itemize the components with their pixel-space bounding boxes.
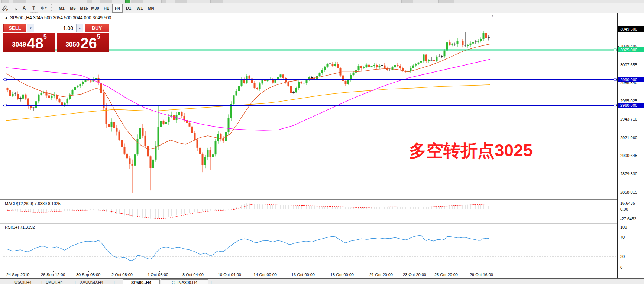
- price-tick-mark: [618, 101, 619, 101]
- time-tick-label: 14 Oct 00:00: [253, 272, 277, 277]
- price-tick-mark: [618, 138, 619, 138]
- time-axis[interactable]: 24 Sep 201926 Sep 12:0030 Sep 08:002 Oct…: [3, 271, 617, 278]
- svg-text:E: E: [6, 9, 8, 12]
- timeframe-button-h1[interactable]: H1: [101, 4, 111, 13]
- buy-button[interactable]: BUY: [85, 24, 109, 32]
- sell-price-big: 48: [27, 36, 43, 50]
- toolbar-grip[interactable]: [51, 4, 54, 12]
- shapes-tool-icon[interactable]: ❖ ▾: [39, 4, 48, 13]
- chart-tab-usoil-h4[interactable]: USOil,H4: [14, 280, 32, 284]
- time-tick-label: 10 Oct 04:00: [218, 272, 241, 277]
- tab-separator: |: [41, 280, 42, 284]
- time-tick-label: 24 Sep 2019: [6, 272, 29, 277]
- sell-price-panel[interactable]: 3049485: [3, 33, 55, 52]
- timeframe-buttons: M1M5M15M30H1H4D1W1MN: [56, 4, 156, 13]
- buy-price-base: 3050: [65, 39, 80, 50]
- timeframe-button-m1[interactable]: M1: [56, 4, 67, 13]
- price-tick-label: 2943.710: [620, 117, 637, 121]
- sell-button[interactable]: SELL: [3, 24, 26, 32]
- rsi-pane-surface[interactable]: [3, 223, 617, 271]
- time-tick-label: 18 Oct 00:00: [330, 272, 354, 277]
- macd-scale-label: 0.00: [620, 207, 628, 211]
- macd-scale-label: 16.6435: [620, 201, 635, 205]
- time-tick-label: 8 Oct 04:00: [182, 272, 204, 277]
- price-tick-label: 2900.645: [620, 153, 637, 158]
- rsi-scale-label: 100: [620, 225, 627, 229]
- buy-price-panel[interactable]: 3050265: [57, 33, 109, 52]
- price-tick-mark: [618, 192, 619, 192]
- time-tick-label: 25 Oct 20:00: [434, 272, 458, 277]
- time-tick-label: 30 Sep 08:00: [76, 272, 100, 277]
- object-line-price-badge: 2960.000: [618, 103, 644, 108]
- time-tick-label: 21 Oct 20:00: [369, 272, 393, 277]
- chevron-down-icon: ▾: [45, 6, 46, 10]
- tab-separator: |: [211, 280, 212, 284]
- timeframe-button-m15[interactable]: M15: [79, 4, 89, 13]
- price-tick-mark: [618, 156, 619, 156]
- chart-tab-sp500-h4[interactable]: SP500-,H4: [123, 279, 160, 284]
- chart-window: ▲SP500-,H4 3045.500 3054.500 3044.000 30…: [0, 13, 644, 284]
- timeframe-button-mn[interactable]: MN: [146, 4, 156, 13]
- price-tick-mark: [618, 83, 619, 83]
- fibonacci-lines-icon[interactable]: F: [10, 4, 19, 13]
- one-click-trading-panel: SELL ▼ ▲ BUY 3049485 3050265: [3, 24, 109, 52]
- charts-toolbar: E F A T ❖ ▾ M1M5M15M30H1H4D1W1MN: [0, 3, 644, 14]
- quote-header: ▲SP500-,H4 3045.500 3054.500 3044.000 30…: [5, 15, 111, 20]
- timeframe-button-h4[interactable]: H4: [112, 4, 123, 13]
- rsi-pane-divider[interactable]: [0, 223, 617, 223]
- chart-left-border: [3, 13, 3, 278]
- current-price-badge: 3049.500: [618, 26, 644, 32]
- object-line-price-badge: 3025.000: [618, 47, 644, 52]
- timeframe-button-w1[interactable]: W1: [135, 4, 145, 13]
- macd-pane-divider[interactable]: [0, 199, 617, 200]
- rsi-scale-label: 30: [620, 254, 625, 259]
- text-label-tool-icon[interactable]: T: [30, 4, 38, 13]
- tab-separator: |: [114, 280, 115, 284]
- price-axis[interactable]: 3029.4053007.6552986.5402965.0252943.710…: [618, 13, 644, 278]
- time-tick-label: 29 Oct 16:00: [470, 272, 493, 277]
- time-tick-label: 23 Oct 20:00: [403, 272, 426, 277]
- svg-text:F: F: [16, 9, 17, 12]
- chart-shift-marker[interactable]: ▼: [491, 14, 494, 17]
- time-tick-label: 4 Oct 08:00: [147, 272, 168, 277]
- timeframe-button-m30[interactable]: M30: [90, 4, 100, 13]
- price-tick-label: 2858.015: [620, 190, 637, 194]
- price-tick-mark: [618, 174, 619, 174]
- shapes-glyph: ❖: [41, 6, 45, 11]
- object-line-price-badge: 2990.000: [618, 77, 644, 82]
- volume-decrease-button[interactable]: ▼: [27, 24, 34, 32]
- chart-tab-xauusd-h4[interactable]: XAUUSD,H4: [80, 280, 103, 284]
- price-tick-mark: [618, 65, 619, 65]
- sell-price-sup: 5: [43, 33, 47, 40]
- macd-pane-surface[interactable]: [3, 200, 617, 223]
- volume-increase-button[interactable]: ▲: [76, 24, 83, 32]
- price-tick-mark: [618, 119, 619, 119]
- volume-input[interactable]: [34, 24, 76, 32]
- chart-text-annotation: 多空转折点3025: [409, 139, 533, 162]
- rsi-label: RSI(14) 71.3192: [5, 225, 35, 229]
- time-tick-label: 2 Oct 08:00: [111, 272, 133, 277]
- chart-tabs-bar: ||||USOil,H4UKOil,H4XAUUSD,H4SP500-,H4CH…: [0, 278, 644, 284]
- timeframe-button-m5[interactable]: M5: [68, 4, 78, 13]
- text-tool-icon[interactable]: A: [20, 4, 28, 13]
- equidistant-channel-icon[interactable]: E: [1, 4, 9, 13]
- tab-separator: |: [75, 280, 76, 284]
- chart-tab-china300-h4[interactable]: CHINA300,H4: [161, 279, 208, 284]
- rsi-scale-label: 0: [620, 265, 622, 269]
- price-tick-mark: [618, 46, 619, 47]
- price-tick-label: 3007.655: [620, 63, 637, 67]
- buy-price-sup: 5: [97, 33, 100, 40]
- price-tick-label: 2921.960: [620, 135, 637, 140]
- symbol-triangle-icon: ▲: [5, 16, 8, 19]
- macd-label: MACD(12,26,9) 7.6389 8.1025: [5, 201, 61, 206]
- chart-tab-ukoil-h4[interactable]: UKOil,H4: [46, 280, 63, 284]
- buy-price-big: 26: [80, 36, 97, 50]
- quote-ohlc-text: SP500-,H4 3045.500 3054.500 3044.000 304…: [10, 15, 111, 20]
- time-tick-label: 16 Oct 00:00: [291, 272, 315, 277]
- time-tick-label: 26 Sep 12:00: [41, 272, 65, 277]
- rsi-scale-label: 70: [620, 235, 625, 239]
- macd-scale-label: -27.6452: [620, 217, 636, 221]
- timeframe-button-d1[interactable]: D1: [123, 4, 134, 13]
- volume-control: ▼ ▲: [27, 24, 83, 32]
- sell-price-base: 3049: [12, 39, 26, 50]
